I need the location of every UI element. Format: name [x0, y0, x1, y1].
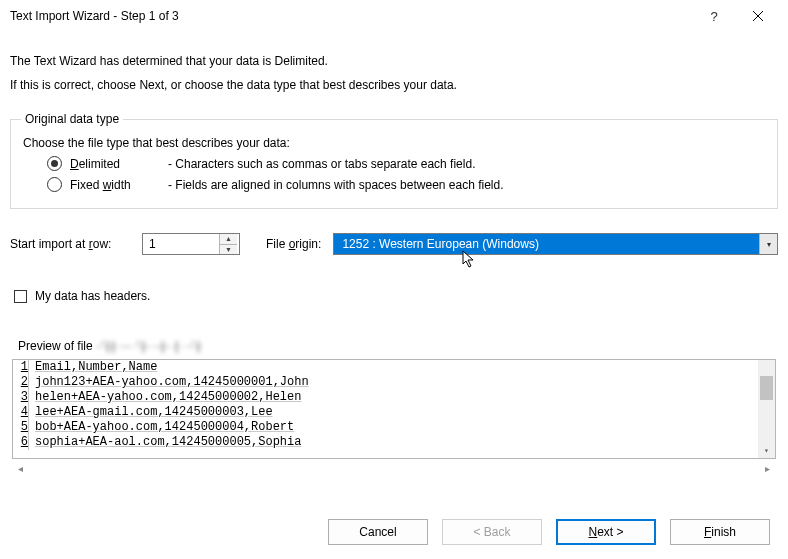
preview-line: john123+AEA-yahoo.com,14245000001,John — [35, 375, 757, 390]
radio-fixed-label: Fixed width — [70, 178, 160, 192]
cancel-button[interactable]: Cancel — [328, 519, 428, 545]
line-number: 2 — [13, 375, 29, 390]
preview-label: Preview of file ··'·|·|· ···· ·'·|·· ···… — [18, 339, 778, 353]
spinner-down[interactable]: ▼ — [220, 244, 237, 255]
file-origin-combo[interactable]: 1252 : Western European (Windows) ▾ — [333, 233, 778, 255]
line-number: 5 — [13, 420, 29, 435]
group-legend: Original data type — [21, 112, 123, 126]
original-data-type-group: Original data type Choose the file type … — [10, 112, 778, 209]
radio-icon — [47, 156, 62, 171]
button-row: Cancel < Back Next > Finish — [0, 501, 788, 559]
headers-checkbox-label: My data has headers. — [35, 289, 150, 303]
dialog-content: The Text Wizard has determined that your… — [0, 32, 788, 501]
preview-line: lee+AEA-gmail.com,14245000003,Lee — [35, 405, 757, 420]
close-icon — [753, 11, 763, 21]
checkbox-icon — [14, 290, 27, 303]
preview-line: Email,Number,Name — [35, 360, 757, 375]
back-button: < Back — [442, 519, 542, 545]
preview-vertical-scrollbar[interactable]: ▾ — [758, 360, 775, 458]
combo-dropdown-button[interactable]: ▾ — [759, 234, 777, 254]
chevron-down-icon: ▾ — [767, 240, 771, 249]
file-origin-value: 1252 : Western European (Windows) — [334, 234, 759, 254]
finish-button[interactable]: Finish — [670, 519, 770, 545]
dialog-window: Text Import Wizard - Step 1 of 3 ? The T… — [0, 0, 788, 559]
preview-line: sophia+AEA-aol.com,14245000005,Sophia — [35, 435, 757, 450]
scroll-thumb[interactable] — [760, 376, 773, 400]
preview-horizontal-scroll[interactable]: ◂ ▸ — [10, 459, 778, 474]
radio-fixed-desc: - Fields are aligned in columns with spa… — [168, 178, 504, 192]
help-button[interactable]: ? — [692, 2, 736, 30]
next-button[interactable]: Next > — [556, 519, 656, 545]
titlebar: Text Import Wizard - Step 1 of 3 ? — [0, 0, 788, 32]
spinner-buttons: ▲ ▼ — [219, 234, 237, 254]
intro-text: The Text Wizard has determined that your… — [10, 46, 778, 100]
scroll-up-icon — [758, 360, 775, 376]
preview-line: helen+AEA-yahoo.com,14245000002,Helen — [35, 390, 757, 405]
intro-line-2: If this is correct, choose Next, or choo… — [10, 76, 778, 94]
radio-fixed-width[interactable]: Fixed width - Fields are aligned in colu… — [47, 177, 767, 192]
line-number: 4 — [13, 405, 29, 420]
start-row-label: Start import at row: — [10, 237, 130, 251]
window-title: Text Import Wizard - Step 1 of 3 — [10, 9, 692, 23]
import-row: Start import at row: ▲ ▼ File origin: 12… — [10, 233, 778, 255]
scroll-left-icon: ◂ — [18, 463, 23, 474]
scroll-right-icon: ▸ — [765, 463, 770, 474]
start-row-input[interactable] — [143, 234, 219, 254]
scroll-down-icon: ▾ — [758, 442, 775, 458]
spinner-up[interactable]: ▲ — [220, 234, 237, 244]
group-prompt: Choose the file type that best describes… — [23, 136, 767, 150]
preview-lines: Email,Number,Name john123+AEA-yahoo.com,… — [35, 360, 757, 458]
line-number: 3 — [13, 390, 29, 405]
preview-gutter: 1 2 3 4 5 6 — [13, 360, 33, 458]
intro-line-1: The Text Wizard has determined that your… — [10, 52, 778, 70]
headers-checkbox-row[interactable]: My data has headers. — [14, 289, 778, 303]
start-row-spinner[interactable]: ▲ ▼ — [142, 233, 240, 255]
radio-icon — [47, 177, 62, 192]
close-button[interactable] — [736, 2, 780, 30]
file-origin-label: File origin: — [266, 237, 321, 251]
preview-box: 1 2 3 4 5 6 Email,Number,Name john123+AE… — [12, 359, 776, 459]
line-number: 6 — [13, 435, 29, 450]
radio-delimited-label: Delimited — [70, 157, 160, 171]
preview-line: bob+AEA-yahoo.com,14245000004,Robert — [35, 420, 757, 435]
radio-delimited-desc: - Characters such as commas or tabs sepa… — [168, 157, 475, 171]
line-number: 1 — [13, 360, 29, 375]
radio-delimited[interactable]: Delimited - Characters such as commas or… — [47, 156, 767, 171]
